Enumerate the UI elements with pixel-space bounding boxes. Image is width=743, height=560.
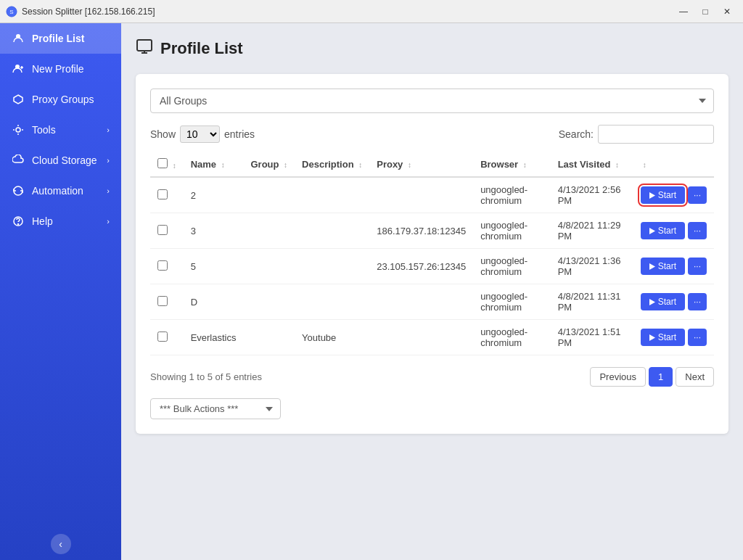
cell-browser-3: ungoogled-chromium [473,284,551,320]
bulk-actions-wrap: *** Bulk Actions *** Delete Selected Exp… [150,398,714,419]
start-button-3[interactable]: Start [641,293,685,310]
svg-text:S: S [9,9,13,15]
sidebar-item-automation[interactable]: Automation › [0,176,121,206]
cell-actions-4: Start ··· [633,320,714,355]
sidebar-item-proxy-groups[interactable]: Proxy Groups [0,84,121,115]
sort-icon-checkbox: ↕ [173,162,176,170]
page-header-icon [136,38,153,59]
svg-marker-21 [649,334,655,341]
sidebar-label-profile-list: Profile List [32,33,84,44]
next-button[interactable]: Next [676,367,714,387]
sidebar-item-help[interactable]: Help › [0,206,121,236]
more-button-0[interactable]: ··· [688,186,707,204]
cell-last-visited-0: 4/13/2021 2:56 PM [551,177,633,213]
close-button[interactable]: ✕ [717,4,737,20]
cell-proxy-1: 186.179.37.18:12345 [369,213,473,249]
search-input[interactable] [598,125,714,144]
cell-proxy-3 [369,284,473,320]
page-header: Profile List [136,38,728,59]
more-button-4[interactable]: ··· [688,329,707,346]
tools-icon [12,123,25,136]
cell-description-4: Youtube [295,320,369,355]
svg-marker-20 [649,299,655,305]
th-browser[interactable]: Browser ↕ [473,152,551,177]
sort-icon-group: ↕ [284,161,287,169]
cell-actions-0: Start ··· [633,177,714,213]
title-bar: S Session Splitter [162.158.166.215] — □… [0,0,743,23]
cell-browser-4: ungoogled-chromium [473,320,551,355]
start-button-2[interactable]: Start [641,258,685,275]
th-checkbox[interactable]: ↕ [150,152,184,177]
content-area: Profile List All Groups Group 1 Group 2 … [121,23,743,560]
row-checkbox-4[interactable] [157,332,168,342]
svg-marker-6 [14,95,22,104]
title-bar-text: Session Splitter [162.158.166.215] [22,7,155,17]
group-select[interactable]: All Groups Group 1 Group 2 [150,88,714,113]
th-last-visited[interactable]: Last Visited ↕ [551,152,633,177]
th-name[interactable]: Name ↕ [184,152,244,177]
svg-marker-19 [649,263,655,270]
cell-last-visited-3: 4/8/2021 11:31 PM [551,284,633,320]
table-row: D ungoogled-chromium 4/8/2021 11:31 PM S… [150,284,714,320]
cell-actions-3: Start ··· [633,284,714,320]
cell-last-visited-1: 4/8/2021 11:29 PM [551,213,633,249]
row-checkbox-1[interactable] [157,225,168,235]
sidebar-label-tools: Tools [32,124,56,136]
table-row: 5 23.105.157.26:12345 ungoogled-chromium… [150,249,714,284]
profile-list-icon [12,32,25,45]
help-icon [12,215,25,228]
entries-label: entries [224,128,255,140]
svg-marker-17 [649,192,655,199]
more-button-3[interactable]: ··· [688,293,707,310]
minimize-button[interactable]: — [673,4,694,20]
row-checkbox-2[interactable] [157,260,168,271]
sidebar-label-proxy-groups: Proxy Groups [32,94,94,105]
sidebar: Profile List New Profile Proxy Groups To… [0,23,121,560]
maximize-button[interactable]: □ [695,4,715,20]
show-label: Show [150,128,176,140]
select-all-checkbox[interactable] [157,158,168,168]
svg-marker-18 [649,228,655,234]
sidebar-collapse-button[interactable]: ‹ [51,534,71,554]
profile-table: ↕ Name ↕ Group ↕ Description ↕ Proxy ↕ B… [150,152,714,355]
sidebar-item-new-profile[interactable]: New Profile [0,54,121,84]
sidebar-label-help: Help [32,215,53,227]
start-button-0[interactable]: Start [641,186,685,204]
sidebar-item-profile-list[interactable]: Profile List [0,23,121,54]
previous-button[interactable]: Previous [590,367,646,387]
tools-chevron-icon: › [107,125,110,134]
action-cell-3: Start ··· [641,293,707,310]
table-row: 2 ungoogled-chromium 4/13/2021 2:56 PM S… [150,177,714,213]
start-button-4[interactable]: Start [641,329,685,346]
cell-group-4 [243,320,295,355]
title-bar-controls: — □ ✕ [673,4,737,20]
cell-group-1 [243,213,295,249]
sort-icon-last-visited: ↕ [615,161,619,169]
cell-name-2: 5 [184,249,244,284]
entries-select[interactable]: 10 25 50 100 [180,125,220,143]
help-chevron-icon: › [107,217,110,226]
cell-name-4: Everlastics [184,320,244,355]
more-button-2[interactable]: ··· [688,258,707,275]
cell-proxy-2: 23.105.157.26:12345 [369,249,473,284]
svg-rect-14 [137,40,152,51]
th-group[interactable]: Group ↕ [243,152,295,177]
sidebar-label-cloud-storage: Cloud Storage [32,155,97,166]
page-1-button[interactable]: 1 [649,367,673,387]
row-checkbox-3[interactable] [157,296,168,306]
sort-icon-browser: ↕ [523,161,527,169]
row-checkbox-0[interactable] [157,189,168,199]
th-actions: ↕ [633,152,714,177]
cell-browser-2: ungoogled-chromium [473,249,551,284]
cell-last-visited-2: 4/13/2021 1:36 PM [551,249,633,284]
svg-point-7 [16,128,20,132]
th-description[interactable]: Description ↕ [295,152,369,177]
th-proxy[interactable]: Proxy ↕ [369,152,473,177]
cell-description-1 [295,213,369,249]
start-button-1[interactable]: Start [641,222,685,239]
more-button-1[interactable]: ··· [688,222,707,239]
bulk-actions-select[interactable]: *** Bulk Actions *** Delete Selected Exp… [150,398,281,419]
sidebar-item-cloud-storage[interactable]: Cloud Storage › [0,145,121,176]
cell-checkbox-0 [150,177,184,213]
sidebar-item-tools[interactable]: Tools › [0,115,121,145]
